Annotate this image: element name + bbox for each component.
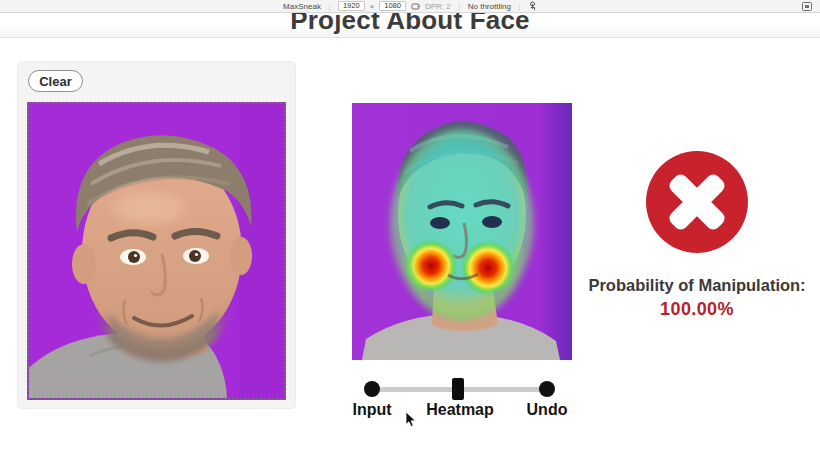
app-window: MaxSneak ⋮ 1920 × 1080 DPR: 2 ⋮ No throt… bbox=[0, 0, 820, 459]
probability-value: 100.00% bbox=[572, 299, 820, 320]
device-menu-icon[interactable]: ⋮ bbox=[326, 3, 333, 10]
dpr-menu-icon[interactable]: ⋮ bbox=[456, 3, 463, 10]
heatmap-image bbox=[352, 103, 572, 360]
throttling-select[interactable]: No throttling bbox=[468, 2, 511, 11]
slider-label-heatmap: Heatmap bbox=[415, 401, 505, 419]
mouse-cursor bbox=[405, 412, 417, 428]
dimension-separator: × bbox=[370, 2, 375, 11]
throttling-menu-icon[interactable]: ⋮ bbox=[516, 3, 523, 10]
devtools-device-toolbar: MaxSneak ⋮ 1920 × 1080 DPR: 2 ⋮ No throt… bbox=[0, 0, 820, 13]
clear-button[interactable]: Clear bbox=[28, 70, 83, 92]
probability-label: Probability of Manipulation: bbox=[572, 276, 820, 295]
device-rotate-icon[interactable] bbox=[411, 2, 420, 11]
page-title: Project About Face bbox=[0, 13, 820, 33]
slider-label-undo: Undo bbox=[515, 401, 579, 419]
dpr-select[interactable]: DPR: 2 bbox=[425, 2, 451, 11]
width-input[interactable]: 1920 bbox=[338, 1, 365, 11]
slider-stop-input[interactable] bbox=[364, 381, 380, 397]
screencast-icon[interactable] bbox=[802, 2, 812, 11]
slider-label-input: Input bbox=[340, 401, 404, 419]
input-image-dropzone[interactable] bbox=[27, 102, 286, 400]
heatmap-face-photo bbox=[352, 103, 572, 360]
touch-cursor-icon[interactable] bbox=[528, 1, 537, 11]
manipulation-detected-icon bbox=[646, 151, 748, 253]
height-input[interactable]: 1080 bbox=[379, 1, 406, 11]
page-header: Project About Face bbox=[0, 13, 820, 38]
input-face-photo bbox=[29, 104, 284, 398]
upload-panel: Clear bbox=[18, 62, 295, 408]
device-select[interactable]: MaxSneak bbox=[283, 2, 321, 11]
slider-stop-undo[interactable] bbox=[539, 381, 555, 397]
mode-slider-handle[interactable] bbox=[452, 378, 464, 400]
